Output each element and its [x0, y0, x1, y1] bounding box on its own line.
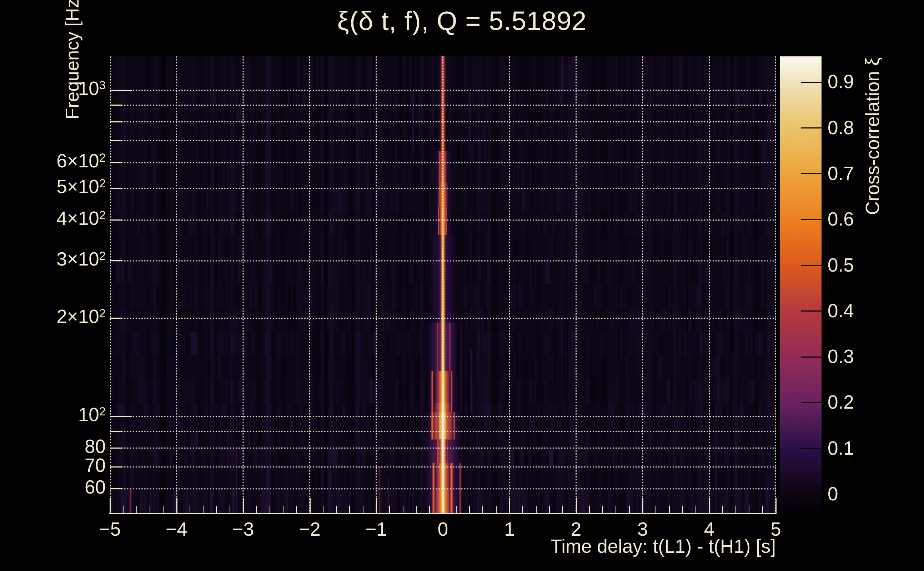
colorbar-tick [801, 402, 824, 403]
x-minor-tick [190, 506, 190, 514]
colorbar-tick [801, 494, 824, 495]
colorbar-tick [801, 82, 824, 83]
y-tick-label: 60 [27, 476, 106, 498]
x-minor-tick [296, 506, 297, 514]
heatmap-canvas [110, 56, 776, 514]
x-minor-tick [615, 506, 616, 514]
colorbar-tick-label: 0.9 [828, 71, 885, 93]
y-tick-label: 3×102 [27, 248, 106, 270]
x-minor-tick [163, 506, 164, 514]
x-minor-tick [403, 506, 403, 514]
x-minor-tick [496, 506, 497, 514]
x-minor-tick [336, 506, 337, 514]
colorbar-tick-label: 0.1 [828, 437, 885, 459]
x-minor-tick [682, 506, 683, 514]
x-major-tick [642, 498, 643, 514]
y-tick-label: 5×102 [27, 176, 106, 198]
x-minor-tick [629, 506, 630, 514]
x-minor-tick [469, 506, 470, 514]
y-minor-tick [110, 318, 122, 319]
x-major-tick [243, 498, 244, 514]
x-minor-tick [589, 506, 590, 514]
colorbar-tick [801, 356, 824, 358]
y-tick-label: 2×102 [27, 306, 106, 327]
colorbar-tick [801, 127, 824, 128]
colorbar-tick-label: 0.7 [828, 162, 885, 184]
x-minor-tick [363, 506, 363, 514]
y-major-tick [110, 416, 132, 417]
x-minor-tick [416, 506, 417, 514]
y-tick-label: 4×102 [27, 207, 106, 229]
x-tick-label: 0 [414, 518, 472, 540]
x-minor-tick [283, 506, 283, 514]
x-major-tick [509, 498, 510, 514]
x-minor-tick [150, 506, 150, 514]
x-tick-label: 1 [481, 518, 538, 540]
chart-title: ξ(δ t, f), Q = 5.51892 [0, 6, 924, 36]
y-minor-tick [110, 188, 122, 189]
x-major-tick [709, 498, 710, 514]
y-tick-label: 6×102 [27, 150, 106, 172]
x-minor-tick [669, 506, 670, 514]
x-tick-label: 2 [548, 518, 605, 540]
colorbar-tick-label: 0.3 [828, 346, 885, 367]
colorbar-tick [801, 219, 824, 220]
y-minor-tick [110, 219, 122, 221]
colorbar-tick-label: 0.5 [828, 254, 885, 276]
x-tick-label: −2 [281, 518, 338, 540]
x-minor-tick [123, 506, 124, 514]
colorbar-tick-label: 0 [828, 483, 885, 505]
x-minor-tick [762, 506, 763, 514]
colorbar-tick-label: 0.2 [828, 391, 885, 413]
x-minor-tick [136, 506, 137, 514]
y-minor-tick [110, 431, 122, 432]
y-minor-tick [110, 260, 122, 261]
y-tick-label: 102 [27, 404, 106, 425]
colorbar-tick [801, 173, 824, 174]
y-tick-label: 103 [27, 77, 106, 99]
x-minor-tick [695, 506, 696, 514]
x-minor-tick [256, 506, 257, 514]
x-minor-tick [456, 506, 457, 514]
x-minor-tick [655, 506, 656, 514]
x-minor-tick [203, 506, 204, 514]
colorbar-tick-label: 0.6 [828, 208, 885, 230]
colorbar-tick-label: 0.4 [828, 300, 885, 321]
x-minor-tick [749, 506, 749, 514]
x-major-tick [110, 498, 111, 514]
x-major-tick [309, 498, 311, 514]
x-minor-tick [735, 506, 736, 514]
y-tick-label: 80 [27, 435, 106, 457]
x-tick-label: −3 [215, 518, 272, 540]
x-major-tick [376, 498, 377, 514]
x-minor-tick [429, 506, 430, 514]
x-minor-tick [349, 506, 350, 514]
colorbar [780, 56, 822, 514]
x-minor-tick [562, 506, 563, 514]
x-tick-label: −5 [81, 518, 139, 540]
x-tick-label: 4 [681, 518, 738, 540]
x-tick-label: 3 [614, 518, 671, 540]
x-minor-tick [722, 506, 723, 514]
colorbar-tick [801, 448, 824, 449]
x-major-tick [776, 498, 777, 514]
y-minor-tick [110, 488, 122, 489]
x-minor-tick [536, 506, 537, 514]
x-minor-tick [216, 506, 217, 514]
colorbar-tick [801, 265, 824, 266]
y-minor-tick [110, 140, 122, 141]
y-minor-tick [110, 466, 122, 468]
colorbar-tick-label: 0.8 [828, 117, 885, 139]
y-tick-label: 70 [27, 454, 106, 476]
page: { "page": { "background": "#000000" }, "… [0, 0, 924, 571]
y-minor-tick [110, 162, 122, 163]
x-minor-tick [482, 506, 483, 514]
x-minor-tick [270, 506, 270, 514]
y-minor-tick [110, 105, 122, 106]
x-minor-tick [549, 506, 550, 514]
x-minor-tick [522, 506, 523, 514]
y-minor-tick [110, 448, 122, 449]
x-minor-tick [230, 506, 230, 514]
x-minor-tick [323, 506, 323, 514]
x-minor-tick [389, 506, 390, 514]
